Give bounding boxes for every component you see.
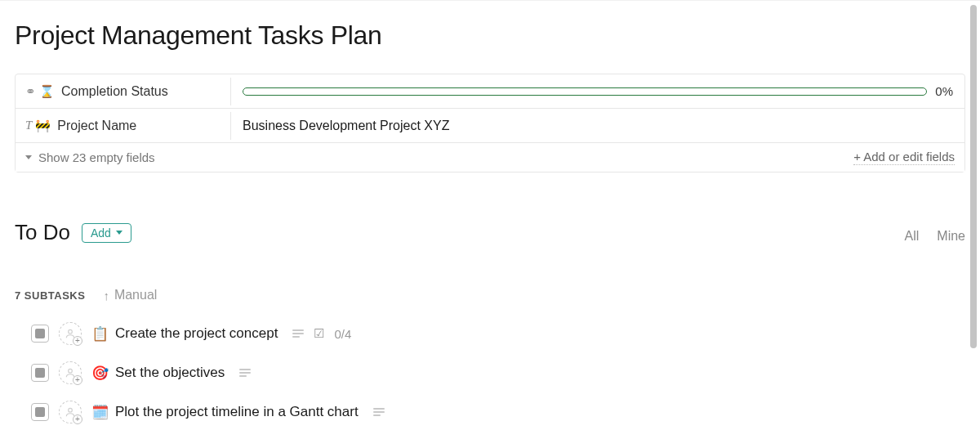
calendar-icon: 🗓️	[91, 404, 109, 421]
section-title-todo: To Do	[15, 220, 70, 245]
target-icon: 🎯	[91, 365, 109, 382]
description-icon	[373, 408, 385, 416]
property-row-project-name: T 🚧 Project Name Business Development Pr…	[16, 109, 964, 143]
progress-percent: 0%	[935, 84, 953, 98]
assignee-placeholder[interactable]: +	[59, 322, 82, 345]
task-list: + 📋 Create the project concept ☑ 0/4 + 🎯…	[15, 322, 965, 423]
properties-table: ⚭ ⌛ Completion Status 0% T 🚧 Project Nam…	[15, 74, 965, 172]
hourglass-icon: ⌛	[39, 84, 55, 99]
sort-control[interactable]: ↑ Manual	[103, 288, 157, 302]
property-key-project-name[interactable]: T 🚧 Project Name	[16, 112, 231, 140]
assignee-placeholder[interactable]: +	[59, 361, 82, 384]
property-value-project-name[interactable]: Business Development Project XYZ	[231, 112, 964, 140]
svg-point-2	[69, 408, 73, 412]
arrow-up-icon: ↑	[103, 289, 109, 302]
checklist-icon: ☑	[314, 326, 324, 341]
page-title: Project Management Tasks Plan	[15, 20, 965, 51]
project-name-text: Business Development Project XYZ	[243, 119, 449, 133]
task-row[interactable]: + 📋 Create the project concept ☑ 0/4	[15, 322, 965, 345]
show-empty-fields-toggle[interactable]: Show 23 empty fields	[25, 150, 155, 164]
checklist-count: 0/4	[334, 327, 351, 341]
checkbox[interactable]	[31, 325, 49, 343]
svg-point-1	[69, 369, 73, 373]
rollup-field-icon: ⚭	[25, 84, 36, 99]
add-or-edit-fields[interactable]: + Add or edit fields	[853, 150, 955, 165]
task-label: 🗓️ Plot the project timeline in a Gantt …	[91, 404, 359, 421]
svg-point-0	[69, 329, 73, 334]
description-icon	[292, 329, 304, 338]
filter-all[interactable]: All	[905, 229, 920, 244]
checkbox[interactable]	[31, 403, 49, 421]
property-row-completion: ⚭ ⌛ Completion Status 0%	[16, 74, 964, 109]
progress-bar	[243, 87, 927, 96]
clipboard-icon: 📋	[91, 325, 109, 343]
construction-icon: 🚧	[35, 119, 51, 133]
plus-icon: +	[73, 414, 82, 424]
property-value-completion[interactable]: 0%	[231, 78, 964, 105]
chevron-down-icon	[25, 155, 32, 159]
chevron-down-icon	[116, 231, 122, 235]
property-label: Project Name	[57, 119, 136, 133]
task-row[interactable]: + 🎯 Set the objectives	[15, 361, 965, 384]
filter-mine[interactable]: Mine	[937, 229, 965, 244]
assignee-placeholder[interactable]: +	[59, 401, 82, 423]
subtasks-count: 7 SUBTASKS	[15, 289, 85, 302]
property-label: Completion Status	[61, 84, 168, 99]
scrollbar[interactable]	[970, 5, 977, 419]
task-row[interactable]: + 🗓️ Plot the project timeline in a Gant…	[15, 401, 965, 423]
plus-icon: +	[73, 336, 82, 346]
description-icon	[239, 369, 251, 377]
checkbox[interactable]	[31, 364, 49, 382]
property-key-completion[interactable]: ⚭ ⌛ Completion Status	[16, 78, 231, 105]
task-label: 🎯 Set the objectives	[91, 365, 225, 382]
properties-footer: Show 23 empty fields + Add or edit field…	[16, 143, 964, 172]
text-field-icon: T	[25, 119, 32, 132]
scrollbar-thumb[interactable]	[970, 5, 977, 348]
plus-icon: +	[73, 375, 82, 385]
add-button[interactable]: Add	[82, 223, 131, 243]
task-label: 📋 Create the project concept	[91, 325, 278, 343]
